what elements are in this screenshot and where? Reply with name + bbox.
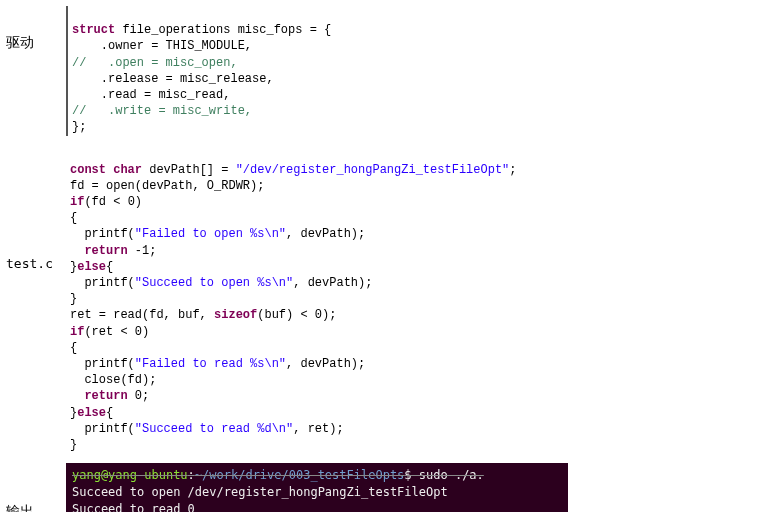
testc-section: test.c const char devPath[] = "/dev/regi… [6, 146, 755, 454]
code-text: .read = misc_read, [72, 88, 230, 102]
driver-section: 驱动 struct file_operations misc_fops = { … [6, 6, 755, 136]
code-comment: // .write = misc_write, [72, 104, 252, 118]
code-text: } [70, 292, 77, 306]
terminal-block: yang@yang-ubuntu:~/work/drive/003_testFi… [66, 463, 568, 512]
code-text: printf( [70, 276, 135, 290]
code-keyword: sizeof [214, 308, 257, 322]
code-num: 0 [315, 308, 322, 322]
code-text: ; [142, 389, 149, 403]
code-text: close(fd); [70, 373, 156, 387]
code-text: { [70, 211, 77, 225]
code-num: 0 [128, 195, 135, 209]
testc-label: test.c [6, 146, 66, 271]
code-text: printf( [70, 357, 135, 371]
code-text: ) [135, 195, 142, 209]
code-text: fd = open(devPath, O_RDWR); [70, 179, 264, 193]
output-label: 输出 [6, 463, 66, 512]
driver-label: 驱动 [6, 6, 66, 52]
code-keyword: return [70, 244, 128, 258]
code-text: printf( [70, 227, 135, 241]
code-text: { [106, 260, 113, 274]
code-text: .release = misc_release, [72, 72, 274, 86]
code-text: { [106, 406, 113, 420]
code-num: 0 [135, 389, 142, 403]
code-string: "Failed to read %s\n" [135, 357, 286, 371]
code-text: (fd < [84, 195, 127, 209]
code-text: devPath[] = [142, 163, 236, 177]
code-text: ) [142, 325, 149, 339]
output-section: 输出 yang@yang-ubuntu:~/work/drive/003_tes… [6, 463, 755, 512]
code-string: "Succeed to read %d\n" [135, 422, 293, 436]
code-string: "Succeed to open %s\n" [135, 276, 293, 290]
driver-code-block: struct file_operations misc_fops = { .ow… [66, 6, 331, 136]
code-text: file_operations misc_fops = { [115, 23, 331, 37]
code-text [128, 389, 135, 403]
code-text: ret = read(fd, buf, [70, 308, 214, 322]
code-text: , devPath); [286, 227, 365, 241]
code-text: printf( [70, 422, 135, 436]
code-text: (buf) < [257, 308, 315, 322]
code-keyword: struct [72, 23, 115, 37]
code-keyword: return [70, 389, 128, 403]
code-text: , devPath); [286, 357, 365, 371]
code-keyword: if [70, 325, 84, 339]
code-text: , ret); [293, 422, 343, 436]
code-comment: // .open = misc_open, [72, 56, 238, 70]
term-line: Succeed to open /dev/register_hongPangZi… [72, 485, 448, 499]
code-text: - [128, 244, 142, 258]
code-keyword: const char [70, 163, 142, 177]
code-text: ); [322, 308, 336, 322]
testc-code-block: const char devPath[] = "/dev/register_ho… [66, 146, 517, 454]
term-line: Succeed to read 0 [72, 502, 195, 512]
code-text: { [70, 341, 77, 355]
code-keyword: if [70, 195, 84, 209]
term-line: yang@yang-ubuntu:~/work/drive/003_testFi… [72, 468, 484, 482]
code-text: , devPath); [293, 276, 372, 290]
code-text: (ret < [84, 325, 134, 339]
code-string: "Failed to open %s\n" [135, 227, 286, 241]
code-text: ; [509, 163, 516, 177]
code-text: ; [149, 244, 156, 258]
code-num: 0 [135, 325, 142, 339]
code-text: }; [72, 120, 86, 134]
code-text: } [70, 438, 77, 452]
code-keyword: else [77, 406, 106, 420]
code-text: .owner = THIS_MODULE, [72, 39, 252, 53]
code-string: "/dev/register_hongPangZi_testFileOpt" [236, 163, 510, 177]
code-keyword: else [77, 260, 106, 274]
